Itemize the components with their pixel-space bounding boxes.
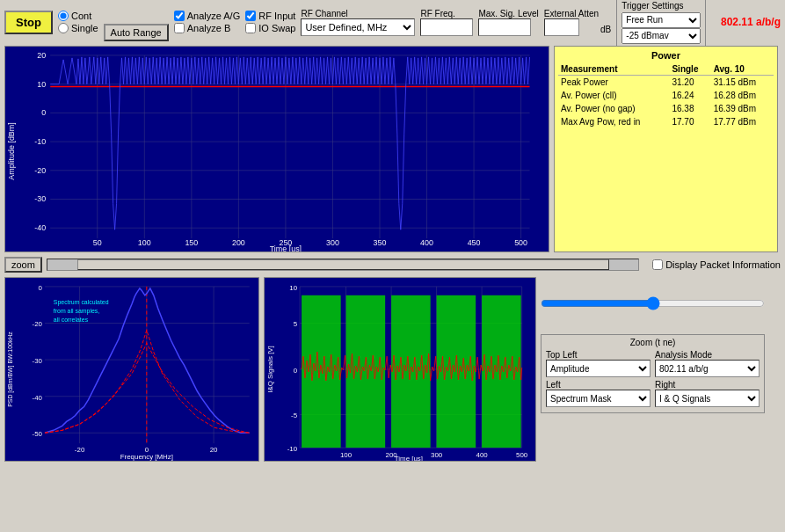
svg-text:-40: -40: [33, 394, 43, 402]
scrollbar-thumb[interactable]: [77, 259, 609, 270]
col-measurement: Measurement: [558, 63, 669, 76]
analyze-b-label: Analyze B: [187, 23, 231, 33]
svg-text:-20: -20: [75, 446, 85, 454]
cell-name: Max Avg Pow, red in: [558, 115, 669, 128]
spectrum-chart-svg: 0 -20 -30 -40 -50 -20 0 20 PSD [dBm/BW] …: [5, 278, 258, 461]
svg-text:Spectrum calculated: Spectrum calculated: [54, 299, 109, 306]
cell-single: 17.70: [669, 115, 710, 128]
svg-text:200: 200: [232, 238, 245, 247]
svg-text:-30: -30: [34, 194, 46, 203]
cell-avg: 16.28 dBm: [711, 89, 774, 102]
svg-text:400: 400: [476, 451, 489, 459]
cell-name: Av. Power (cll): [558, 89, 669, 102]
rf-input-label: RF Input: [258, 11, 295, 21]
cell-single: 16.24: [669, 89, 710, 102]
svg-rect-88: [437, 295, 476, 448]
svg-text:100: 100: [138, 238, 151, 247]
right-dropdown-group: Right I & Q Signals: [655, 380, 760, 407]
display-packet-checkbox[interactable]: [652, 259, 663, 270]
svg-text:-10: -10: [287, 445, 298, 453]
svg-text:450: 450: [468, 238, 481, 247]
analysis-mode-select[interactable]: 802.11 a/b/g: [655, 360, 760, 377]
checkbox-group-right: RF Input IO Swap: [245, 11, 295, 33]
svg-text:PSD [dBm/BW] BW:100kHz: PSD [dBm/BW] BW:100kHz: [7, 332, 14, 407]
top-chart-container: 20 10 0 -10 -20 -30 -40 50 100 150 200 2…: [4, 46, 549, 252]
svg-text:-50: -50: [33, 430, 43, 438]
zoom-time-slider[interactable]: [541, 297, 765, 310]
analyze-b-item[interactable]: Analyze B: [174, 23, 241, 33]
max-sig-level-label: Max. Sig. Level: [478, 9, 538, 18]
top-left-select[interactable]: Amplitude: [546, 360, 651, 377]
table-row: Av. Power (cll)16.2416.28 dBm: [558, 89, 774, 102]
svg-text:20: 20: [37, 51, 46, 60]
cell-avg: 16.39 dBm: [711, 102, 774, 115]
bottom-dropdown-row: Left Spectrum Mask Right I & Q Signals: [546, 380, 760, 407]
trigger-level-select[interactable]: -25 dBmav: [621, 28, 701, 44]
zoom-row: zoom Display Packet Information: [4, 255, 781, 274]
analyze-b-checkbox[interactable]: [174, 23, 185, 33]
power-table-title: Power: [558, 50, 774, 61]
ext-atten-field[interactable]: 2.0: [544, 18, 579, 36]
cell-single: 16.38: [669, 102, 710, 115]
ext-atten-input: External Atten 2.0 dB: [544, 9, 612, 36]
trigger-section: Trigger Settings Free Run -25 dBmav: [616, 0, 706, 47]
svg-text:10: 10: [289, 284, 297, 292]
svg-rect-85: [302, 295, 341, 448]
single-label: Single: [71, 23, 98, 33]
power-measurements-table: Measurement Single Avg. 10 Peak Power31.…: [558, 63, 774, 128]
auto-range-button[interactable]: Auto Range: [104, 24, 169, 41]
analyze-ag-item[interactable]: Analyze A/G: [174, 11, 241, 21]
svg-text:500: 500: [516, 451, 528, 459]
max-sig-level-field[interactable]: 21 dBm: [478, 18, 531, 36]
zoom-settings-section: Zoom (t ne) Top Left Amplitude Analysis …: [541, 334, 765, 413]
bottom-charts-row: 0 -20 -30 -40 -50 -20 0 20 PSD [dBm/BW] …: [4, 277, 781, 462]
left-label: Left: [546, 380, 651, 390]
svg-text:150: 150: [185, 238, 198, 247]
zoom-button[interactable]: zoom: [4, 257, 42, 273]
right-select[interactable]: I & Q Signals: [655, 390, 760, 407]
trigger-select[interactable]: Free Run: [621, 12, 701, 28]
left-select[interactable]: Spectrum Mask: [546, 390, 651, 407]
rf-channel-select[interactable]: User Defined, MHz: [301, 18, 415, 36]
svg-text:500: 500: [514, 238, 527, 247]
stop-button[interactable]: Stop: [4, 11, 53, 34]
rf-freq-field[interactable]: 5460: [420, 18, 473, 36]
cont-radio[interactable]: [58, 11, 69, 21]
top-scrollbar[interactable]: [47, 259, 639, 271]
svg-text:300: 300: [326, 238, 339, 247]
top-chart-row: 20 10 0 -10 -20 -30 -40 50 100 150 200 2…: [4, 46, 781, 252]
display-packet-check[interactable]: Display Packet Information: [652, 259, 781, 270]
rf-input-checkbox[interactable]: [245, 11, 256, 21]
single-radio[interactable]: [58, 23, 69, 33]
cell-name: Peak Power: [558, 76, 669, 90]
svg-text:Amplitude [dBm]: Amplitude [dBm]: [7, 122, 16, 179]
top-left-dropdown-group: Top Left Amplitude: [546, 350, 651, 377]
cont-radio-item[interactable]: Cont: [58, 11, 98, 21]
io-swap-item[interactable]: IO Swap: [245, 23, 295, 33]
single-radio-item[interactable]: Single: [58, 23, 98, 33]
cont-label: Cont: [71, 11, 91, 21]
rf-input-item[interactable]: RF Input: [245, 11, 295, 21]
svg-text:-30: -30: [33, 357, 43, 365]
analyze-ag-checkbox[interactable]: [174, 11, 185, 21]
col-avg: Avg. 10: [711, 63, 774, 76]
svg-text:Frequency [MHz]: Frequency [MHz]: [120, 453, 173, 461]
col-single: Single: [669, 63, 710, 76]
top-chart-svg: 20 10 0 -10 -20 -30 -40 50 100 150 200 2…: [5, 47, 549, 251]
analyze-ag-label: Analyze A/G: [187, 11, 241, 21]
svg-text:-5: -5: [291, 412, 298, 419]
svg-text:I&Q Signals [V]: I&Q Signals [V]: [266, 346, 274, 393]
io-swap-checkbox[interactable]: [245, 23, 256, 33]
analysis-mode-dropdown-group: Analysis Mode 802.11 a/b/g: [655, 350, 760, 377]
checkbox-group-left: Analyze A/G Analyze B: [174, 11, 241, 33]
right-label: Right: [655, 380, 760, 390]
iq-chart-svg: 10 5 0 -5 -10 100 200 300 400 500 I&Q Si…: [265, 278, 535, 461]
status-display: 802.11 a/b/g: [721, 16, 781, 28]
svg-text:from all samples,: from all samples,: [54, 308, 99, 315]
svg-text:5: 5: [294, 320, 298, 328]
top-left-label: Top Left: [546, 350, 651, 360]
svg-text:10: 10: [37, 80, 46, 89]
table-row: Av. Power (no gap)16.3816.39 dBm: [558, 102, 774, 115]
analysis-panel: Zoom (t ne) Top Left Amplitude Analysis …: [541, 277, 765, 462]
svg-text:Time [us]: Time [us]: [270, 244, 302, 251]
